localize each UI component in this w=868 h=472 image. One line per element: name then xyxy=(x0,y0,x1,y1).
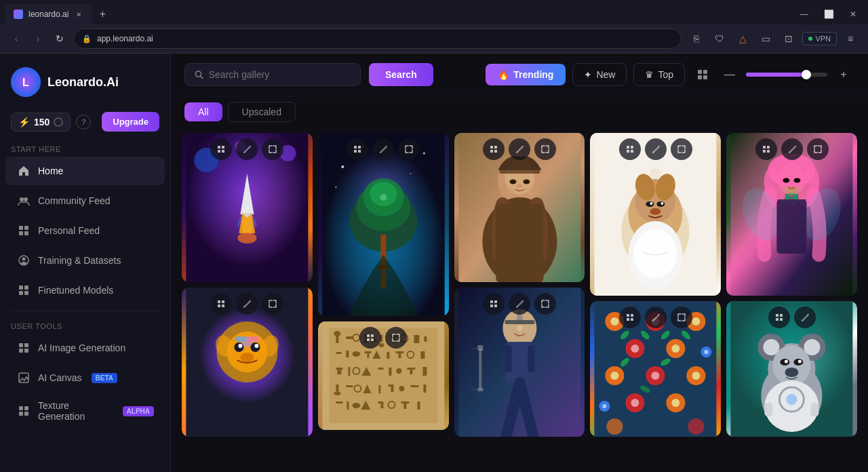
sidebar-item-training-datasets[interactable]: Training & Datasets xyxy=(5,246,165,275)
edit-button-koala[interactable] xyxy=(794,307,816,328)
zoom-in-button[interactable]: + xyxy=(833,64,854,85)
gallery-item-dog[interactable] xyxy=(590,133,721,296)
svg-rect-168 xyxy=(490,300,493,303)
sidebar-toggle[interactable]: ▭ xyxy=(756,29,775,48)
back-button[interactable]: ‹ xyxy=(8,31,24,47)
search-button[interactable]: Search xyxy=(369,63,433,86)
menu-button[interactable]: ≡ xyxy=(841,29,860,48)
minimize-button[interactable]: — xyxy=(795,5,814,24)
edit-button-woman[interactable] xyxy=(509,138,530,160)
gallery-item-flowers[interactable] xyxy=(590,301,721,437)
remix-button-woman[interactable] xyxy=(483,138,505,160)
remix-button-dog[interactable] xyxy=(619,138,641,160)
svg-point-263 xyxy=(787,394,797,405)
trending-button[interactable]: 🔥 Trending xyxy=(486,64,566,85)
tab-close-button[interactable]: ✕ xyxy=(74,9,83,19)
gallery-item-fantasy-woman[interactable] xyxy=(726,133,857,296)
sidebar-item-finetuned-models[interactable]: Finetuned Models xyxy=(5,276,165,304)
url-bar[interactable]: 🔒 app.leonardo.ai xyxy=(73,28,682,49)
expand-button-hieroglyph[interactable] xyxy=(385,327,407,349)
new-button[interactable]: ✦ New xyxy=(572,63,627,86)
personal-feed-icon xyxy=(16,223,31,238)
svg-rect-160 xyxy=(505,345,511,372)
search-input-wrap[interactable] xyxy=(184,63,361,86)
search-input[interactable] xyxy=(209,69,351,80)
gallery-item-woman[interactable] xyxy=(454,133,585,282)
edit-button-fantasy-woman[interactable] xyxy=(781,138,803,160)
svg-rect-101 xyxy=(387,352,389,359)
svg-point-2 xyxy=(54,118,62,126)
remix-button-lion[interactable] xyxy=(210,293,232,315)
gallery-item-rocket[interactable] xyxy=(182,133,313,282)
svg-point-147 xyxy=(523,180,530,184)
texture-generation-icon xyxy=(16,404,31,418)
forward-button[interactable]: › xyxy=(30,31,46,47)
sidebar-item-personal-feed[interactable]: Personal Feed xyxy=(5,216,165,245)
edit-button-warrior[interactable] xyxy=(509,293,530,315)
top-button[interactable]: ♛ Top xyxy=(633,63,685,86)
svg-rect-108 xyxy=(348,367,350,376)
expand-button[interactable] xyxy=(262,138,283,160)
restore-button[interactable]: ⬜ xyxy=(819,5,838,24)
new-tab-button[interactable]: + xyxy=(94,6,111,22)
remix-button[interactable] xyxy=(210,138,232,160)
vpn-label: VPN xyxy=(815,35,831,43)
remix-button-warrior[interactable] xyxy=(483,293,505,315)
extensions-button[interactable]: ⊡ xyxy=(779,29,798,48)
sidebar-item-ai-canvas[interactable]: AI Canvas BETA xyxy=(5,363,165,392)
remix-button-hieroglyph[interactable] xyxy=(359,327,381,349)
expand-button-dog[interactable] xyxy=(671,138,692,160)
remix-button-fantasy-woman[interactable] xyxy=(755,138,777,160)
upscaled-tab[interactable]: Upscaled xyxy=(228,102,296,122)
gallery-item-warrior[interactable] xyxy=(454,288,585,437)
svg-rect-27 xyxy=(698,75,702,79)
grid-view-button[interactable] xyxy=(692,64,713,85)
svg-point-97 xyxy=(352,351,360,357)
expand-button-flowers[interactable] xyxy=(671,307,692,328)
brave-icon[interactable]: △ xyxy=(733,29,752,48)
gallery-item-hieroglyph[interactable] xyxy=(318,321,449,430)
expand-button-lion[interactable] xyxy=(262,293,283,315)
expand-button-warrior[interactable] xyxy=(534,293,556,315)
main-content: Search 🔥 Trending ✦ New ♛ Top xyxy=(171,54,868,472)
svg-rect-59 xyxy=(218,304,220,307)
trending-label: Trending xyxy=(513,69,553,80)
edit-button-dog[interactable] xyxy=(645,138,667,160)
search-area: Search 🔥 Trending ✦ New ♛ Top xyxy=(171,54,868,96)
svg-point-221 xyxy=(705,350,709,354)
community-feed-icon xyxy=(16,193,31,208)
upgrade-button[interactable]: Upgrade xyxy=(102,112,159,132)
sidebar-item-home[interactable]: Home xyxy=(5,157,165,185)
svg-point-75 xyxy=(380,194,387,201)
remix-button-tree[interactable] xyxy=(347,138,368,160)
gallery-item-koala[interactable] xyxy=(726,301,857,437)
zoom-slider[interactable] xyxy=(746,73,827,77)
expand-button-woman[interactable] xyxy=(534,138,556,160)
remix-button-flowers[interactable] xyxy=(619,307,641,328)
edit-button-lion[interactable] xyxy=(236,293,258,315)
shield-icon[interactable]: 🛡 xyxy=(710,29,729,48)
sidebar-item-community-feed[interactable]: Community Feed xyxy=(5,186,165,215)
gallery-item-tree[interactable] xyxy=(318,133,449,316)
expand-button-fantasy-woman[interactable] xyxy=(807,138,829,160)
zoom-out-button[interactable]: — xyxy=(719,64,741,85)
vpn-badge[interactable]: VPN xyxy=(802,32,837,45)
svg-point-180 xyxy=(650,202,653,205)
reload-button[interactable]: ↻ xyxy=(52,31,68,47)
svg-point-3 xyxy=(20,197,24,201)
all-tab[interactable]: All xyxy=(184,102,222,121)
remix-button-koala[interactable] xyxy=(768,307,790,328)
bookmark-button[interactable]: ⎘ xyxy=(687,29,706,48)
svg-point-36 xyxy=(237,233,256,243)
info-button[interactable]: ? xyxy=(76,115,91,130)
edit-button-tree[interactable] xyxy=(372,138,394,160)
gallery-item-lion[interactable] xyxy=(182,288,313,437)
sidebar-item-texture-generation[interactable]: Texture Generation ALPHA xyxy=(5,393,165,429)
svg-point-211 xyxy=(607,418,623,435)
active-tab[interactable]: leonardo.ai ✕ xyxy=(5,4,92,24)
expand-button-tree[interactable] xyxy=(398,138,420,160)
sidebar-item-ai-image-generation[interactable]: AI Image Generation xyxy=(5,334,165,362)
edit-button-flowers[interactable] xyxy=(645,307,667,328)
close-window-button[interactable]: ✕ xyxy=(844,5,863,24)
edit-button[interactable] xyxy=(236,138,258,160)
